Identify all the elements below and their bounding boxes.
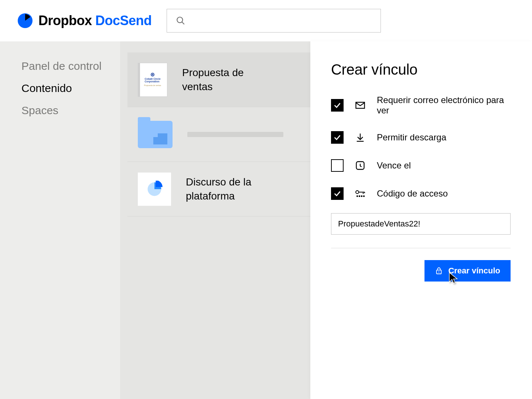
checkbox-require-email[interactable] — [331, 99, 344, 112]
checkbox-expires[interactable] — [331, 159, 344, 172]
option-label: Requerir correo electrónico para ver — [377, 95, 511, 116]
brand-docsend: DocSend — [95, 13, 152, 28]
search-icon — [176, 16, 185, 25]
option-expires: Vence el — [331, 159, 511, 172]
svg-point-15 — [364, 196, 364, 197]
header: Dropbox DocSend — [0, 0, 532, 41]
option-label: Código de acceso — [377, 188, 448, 199]
option-require-email: Requerir correo electrónico para ver — [331, 95, 511, 116]
logo-text: Dropbox DocSend — [38, 13, 152, 28]
row-title: Propuesta de ventas — [182, 66, 267, 94]
option-allow-download: Permitir descarga — [331, 131, 511, 144]
sidebar: Panel de control Contenido Spaces — [0, 41, 120, 399]
svg-point-14 — [361, 196, 362, 197]
presentation-thumbnail-icon — [138, 173, 171, 206]
lock-icon — [435, 267, 443, 275]
passcode-input[interactable] — [331, 213, 511, 235]
folder-icon — [138, 121, 173, 148]
create-link-panel: Crear vínculo Requerir correo electrónic… — [310, 41, 532, 399]
key-icon — [355, 188, 366, 199]
download-icon — [355, 132, 366, 143]
checkbox-allow-download[interactable] — [331, 131, 344, 144]
option-label: Permitir descarga — [377, 132, 446, 143]
panel-title: Crear vínculo — [331, 61, 511, 78]
row-title-placeholder — [187, 132, 283, 137]
checkbox-passcode[interactable] — [331, 187, 344, 200]
pie-logo-icon — [18, 13, 33, 28]
logo[interactable]: Dropbox DocSend — [18, 13, 152, 28]
option-passcode: Código de acceso — [331, 187, 511, 200]
row-title: Discurso de la plataforma — [186, 175, 271, 203]
create-link-button-label: Crear vínculo — [448, 266, 500, 276]
sidebar-item-panel-de-control[interactable]: Panel de control — [21, 60, 120, 72]
svg-point-12 — [357, 196, 358, 197]
search-input[interactable] — [167, 9, 381, 33]
brand-dropbox: Dropbox — [38, 13, 92, 28]
mail-icon — [355, 100, 366, 111]
svg-point-1 — [177, 17, 183, 23]
document-thumbnail-icon: Cobalt CircleCorporation Propuesta de ve… — [138, 63, 167, 97]
sidebar-item-spaces[interactable]: Spaces — [21, 104, 120, 117]
clock-icon — [355, 160, 366, 171]
option-label: Vence el — [377, 160, 411, 171]
svg-point-13 — [359, 196, 360, 197]
sidebar-item-contenido[interactable]: Contenido — [21, 82, 120, 95]
divider — [331, 248, 511, 248]
svg-line-2 — [182, 22, 184, 24]
create-link-button[interactable]: Crear vínculo — [424, 260, 511, 282]
svg-point-8 — [356, 191, 359, 194]
